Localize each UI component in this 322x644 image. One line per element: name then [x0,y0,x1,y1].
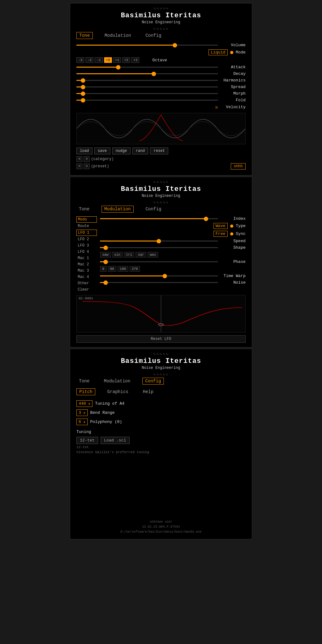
deco-top-3: ∿∿∿∿∿ [76,352,246,356]
oct-btn-m3[interactable]: -3 [76,57,84,63]
harmonics-slider[interactable] [76,78,218,83]
reset-btn[interactable]: reset [150,147,168,154]
mod-mac2[interactable]: Mac 2 [76,262,97,267]
mod-lfo3[interactable]: LFO 3 [76,243,97,248]
sub-tab-graphics[interactable]: Graphics [105,389,131,395]
sub-tab-pitch[interactable]: Pitch [76,388,95,395]
phase-180[interactable]: 180 [118,266,128,272]
tab-modulation-1[interactable]: Modulation [102,32,134,39]
rand-btn[interactable]: rand [132,147,148,154]
morph-slider[interactable] [76,92,218,96]
oct-btn-m1[interactable]: -1 [95,57,103,63]
noise-row: Noise [100,280,246,285]
tab-modulation-2[interactable]: Modulation [102,206,134,213]
config-panel: ∿∿∿∿∿ Basimilus Iteritas Noise Engineeri… [70,349,252,539]
octave-row: -3 -2 -1 +0 +1 +2 +3 Octave [76,57,246,63]
reset-lfo-btn[interactable]: Reset LFO [76,335,246,343]
speed-label: Speed [220,239,246,243]
nudge-btn[interactable]: nudge [112,147,130,154]
oct-btn-p1[interactable]: +1 [113,57,121,63]
tab-tone-3[interactable]: Tone [76,378,92,384]
velocity-checkbox[interactable]: ☒ [215,104,218,110]
panel1-subtitle: Noise Engineering [76,20,246,25]
oct-btn-p3[interactable]: +3 [131,57,139,63]
harmonics-label: Harmonics [220,78,246,83]
mod-mods[interactable]: Mods [76,216,97,223]
mod-other[interactable]: Other [76,280,97,286]
preset-name: shhh [231,163,246,169]
load-btn[interactable]: load [76,147,92,154]
decay-slider[interactable] [76,72,218,76]
spread-row: Spread [76,85,246,89]
phase-slider[interactable] [100,260,218,264]
time-warp-slider[interactable] [100,274,218,278]
sync-row: Free Sync [100,231,246,237]
type-row: Wave Type [100,223,246,229]
mod-route[interactable]: Route [76,223,97,229]
mod-clear[interactable]: Clear [76,287,97,292]
speed-row: Speed [100,239,246,243]
sync-label: Sync [236,231,246,236]
tab-config-1[interactable]: Config [143,32,164,39]
phase-btns-row: 0 90 180 270 [100,266,246,272]
spread-slider[interactable] [76,85,218,89]
tab-tone-1[interactable]: Tone [76,32,93,39]
fold-row: Fold [76,98,246,103]
modulation-panel: ∿∿∿∿∿ Basimilus Iteritas Noise Engineeri… [70,177,252,347]
sub-tab-help[interactable]: Help [140,389,156,395]
preset-nav-row: < > (preset) shhh [76,163,246,169]
tab-config-3[interactable]: Config [142,378,164,385]
oct-btn-p2[interactable]: +2 [122,57,130,63]
mod-lfo2[interactable]: LFO 2 [76,236,97,242]
attack-slider[interactable] [76,65,218,69]
polyphony-spinbox[interactable]: 6 ⇅ [76,419,88,425]
sync-dot [230,232,233,236]
wave-saw[interactable]: saw [100,252,111,258]
noise-slider[interactable] [100,280,218,285]
preset-next-btn[interactable]: > [84,164,90,169]
shape-slider[interactable] [100,246,218,250]
phase-row: Phase [100,259,246,264]
index-slider[interactable] [100,217,218,221]
mod-mac4[interactable]: Mac 4 [76,274,97,280]
index-label: Index [220,216,246,221]
wave-sqr[interactable]: sqr [136,252,146,258]
oct-btn-m2[interactable]: -2 [86,57,93,63]
tuning-a4-spinbox[interactable]: 440 ⇅ [76,400,92,407]
fold-slider[interactable] [76,98,218,103]
wave-tri[interactable]: tri [124,252,135,258]
bend-range-spinbox[interactable]: 3 ⇅ [76,409,88,416]
tab-tone-2[interactable]: Tone [76,206,92,212]
speed-slider[interactable] [100,239,218,243]
wave-sin[interactable]: sin [112,252,123,258]
mod-lfo4[interactable]: LFO 4 [76,249,97,255]
phase-270[interactable]: 270 [130,266,140,272]
wave-was[interactable]: was [147,252,158,258]
phase-0[interactable]: 0 [100,266,107,272]
tab-bar-3: Tone Modulation Config [76,378,246,385]
config-spacer [76,454,246,517]
save-btn[interactable]: save [94,147,110,154]
mode-value: Liquid [208,49,228,55]
category-prev-btn[interactable]: < [76,156,82,162]
tuning-section-label: Tuning [76,430,246,434]
oct-btn-0[interactable]: +0 [104,57,112,63]
phase-90[interactable]: 90 [108,266,116,272]
category-label: (category) [91,157,114,161]
tab-modulation-3[interactable]: Modulation [102,378,133,384]
load-scl-btn[interactable]: Load .scl [101,437,130,444]
time-warp-label: Time Warp [220,274,246,278]
mod-mac1[interactable]: Mac 1 [76,255,97,261]
category-next-btn[interactable]: > [84,156,90,162]
mod-mac3[interactable]: Mac 3 [76,268,97,274]
mod-layout: Mods Route LFO 1 LFO 2 LFO 3 LFO 4 Mac 1… [76,216,246,292]
tab-config-2[interactable]: Config [143,206,164,212]
spread-label: Spread [220,85,246,89]
fold-label: Fold [220,98,246,103]
preset-label: (preset) [91,164,109,169]
tuning-preset-btn[interactable]: 12-tet [76,437,98,444]
attack-row: Attack [76,65,246,69]
volume-slider[interactable] [76,43,218,47]
preset-prev-btn[interactable]: < [76,164,82,169]
mod-lfo1[interactable]: LFO 1 [76,230,97,236]
